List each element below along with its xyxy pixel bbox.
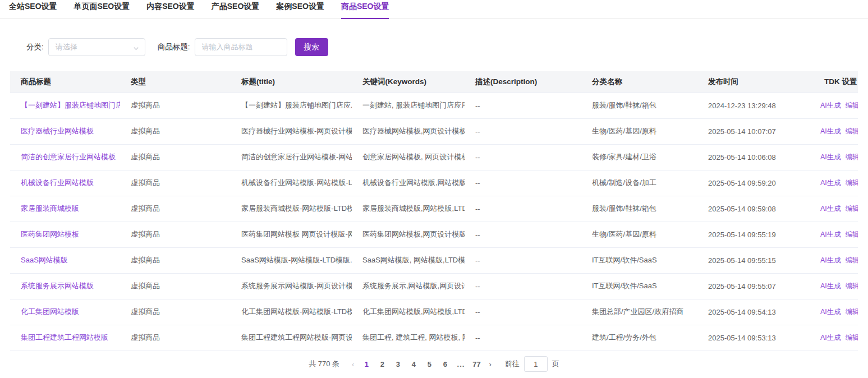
column-header: 标题(title) — [231, 71, 352, 93]
search-button[interactable]: 搜索 — [295, 38, 328, 56]
category-filter-label: 分类: — [26, 42, 44, 52]
seo-title-cell: 机械设备行业网站模版-网站模版-LT... — [231, 170, 352, 196]
tab-4[interactable]: 产品SEO设置 — [212, 2, 260, 19]
seo-title-cell: 家居服装商城模版-网站模版-LTD模... — [231, 196, 352, 222]
edit-link[interactable]: 编辑 — [846, 282, 858, 290]
column-header: 分类名称 — [581, 71, 697, 93]
page-number-6[interactable]: 6 — [437, 360, 453, 368]
publish-time-cell: 2024-12-23 13:29:48 — [697, 93, 814, 118]
page-number-3[interactable]: 3 — [390, 360, 406, 368]
product-title-link[interactable]: 简洁的创意家居行业网站模板 — [21, 153, 116, 161]
tab-1[interactable]: 全站SEO设置 — [9, 2, 57, 19]
product-title-link[interactable]: 集团工程建筑工程网站模版 — [21, 333, 108, 342]
product-title-input[interactable] — [195, 38, 287, 56]
seo-keywords-cell: 化工集团网站模版,网站模版,LTD模... — [352, 299, 465, 325]
seo-keywords-cell: 医药集团网站模板,网页设计模版,网... — [352, 222, 465, 247]
page-number-5[interactable]: 5 — [421, 360, 437, 368]
publish-time-cell: 2025-05-14 09:55:07 — [697, 273, 814, 299]
page-number-77[interactable]: 77 — [469, 360, 484, 368]
category-name-cell: 服装/服饰/鞋袜/箱包 — [581, 93, 697, 118]
column-header: 类型 — [120, 71, 231, 93]
category-select[interactable]: 请选择 — [48, 38, 145, 56]
category-select-placeholder: 请选择 — [56, 42, 77, 52]
tab-2[interactable]: 单页面SEO设置 — [74, 2, 130, 19]
product-title-link[interactable]: 系统服务展示网站模版 — [21, 282, 94, 290]
ai-generate-link[interactable]: AI生成 — [820, 205, 841, 213]
seo-description-cell: -- — [465, 222, 581, 247]
total-count-label: 共 770 条 — [309, 359, 339, 369]
ai-generate-link[interactable]: AI生成 — [820, 127, 841, 135]
ai-generate-link[interactable]: AI生成 — [820, 102, 841, 109]
ai-generate-link[interactable]: AI生成 — [820, 179, 841, 187]
page-unit-label: 页 — [552, 359, 559, 369]
table-body: 【一刻建站】服装店铺地图门店... 虚拟商品 【一刻建站】服装店铺地图门店应..… — [10, 93, 858, 351]
seo-description-cell: -- — [465, 273, 581, 299]
seo-title-cell: 集团工程建筑工程网站模版-网页设... — [231, 325, 352, 351]
filter-bar: 分类: 请选择 商品标题: 搜索 — [0, 19, 868, 71]
seo-keywords-cell: 创意家居网站模板, 网页设计模板, L... — [352, 144, 465, 170]
chevron-left-icon[interactable]: ‹ — [347, 360, 359, 368]
page-number-1[interactable]: 1 — [359, 360, 374, 368]
edit-link[interactable]: 编辑 — [846, 153, 858, 161]
column-header: 发布时间 — [697, 71, 814, 93]
edit-link[interactable]: 编辑 — [846, 308, 858, 316]
product-title-link[interactable]: 医疗器械行业网站模板 — [21, 127, 94, 135]
tab-6[interactable]: 商品SEO设置 — [341, 2, 389, 19]
edit-link[interactable]: 编辑 — [846, 127, 858, 135]
chevron-right-icon[interactable]: › — [484, 360, 495, 368]
seo-keywords-cell: 一刻建站, 服装店铺地图门店应用, ... — [352, 93, 465, 118]
edit-link[interactable]: 编辑 — [846, 205, 858, 213]
edit-link[interactable]: 编辑 — [846, 256, 858, 264]
publish-time-cell: 2025-05-14 09:53:13 — [697, 325, 814, 351]
ai-generate-link[interactable]: AI生成 — [820, 153, 841, 161]
product-title-link[interactable]: 化工集团网站模版 — [21, 307, 79, 316]
tab-5[interactable]: 案例SEO设置 — [276, 2, 324, 19]
ai-generate-link[interactable]: AI生成 — [820, 256, 841, 264]
product-title-link[interactable]: 【一刻建站】服装店铺地图门店... — [21, 101, 120, 109]
product-title-link[interactable]: 机械设备行业网站模版 — [21, 178, 94, 187]
edit-link[interactable]: 编辑 — [846, 102, 858, 109]
page-number-4[interactable]: 4 — [406, 360, 421, 368]
product-title-link[interactable]: 医药集团网站模板 — [21, 230, 79, 238]
publish-time-cell: 2025-05-14 09:55:19 — [697, 222, 814, 247]
ai-generate-link[interactable]: AI生成 — [820, 308, 841, 316]
table-row: 化工集团网站模版 虚拟商品 化工集团网站模版-网站模版-LTD模... 化工集团… — [10, 299, 858, 325]
seo-description-cell: -- — [465, 118, 581, 144]
chevron-down-icon — [133, 45, 139, 53]
publish-time-cell: 2025-05-14 09:55:15 — [697, 247, 814, 273]
category-name-cell: 服装/服饰/鞋袜/箱包 — [581, 196, 697, 222]
seo-description-cell: -- — [465, 170, 581, 196]
seo-settings-tabbar: 全站SEO设置单页面SEO设置内容SEO设置产品SEO设置案例SEO设置商品SE… — [0, 0, 868, 19]
seo-title-cell: 医药集团网站模板 网页设计模版-网... — [231, 222, 352, 247]
ai-generate-link[interactable]: AI生成 — [820, 334, 841, 342]
product-type-cell: 虚拟商品 — [120, 170, 231, 196]
table-row: 简洁的创意家居行业网站模板 虚拟商品 简洁的创意家居行业网站模板-网站... 创… — [10, 144, 858, 170]
goto-page-input[interactable] — [524, 356, 548, 372]
page-numbers: 123456...77 — [359, 360, 484, 368]
page-number-2[interactable]: 2 — [374, 360, 390, 368]
product-type-cell: 虚拟商品 — [120, 144, 231, 170]
edit-link[interactable]: 编辑 — [846, 334, 858, 342]
edit-link[interactable]: 编辑 — [846, 231, 858, 238]
seo-title-cell: 化工集团网站模版-网站模版-LTD模... — [231, 299, 352, 325]
publish-time-cell: 2025-05-14 10:06:08 — [697, 144, 814, 170]
table-row: 家居服装商城模版 虚拟商品 家居服装商城模版-网站模版-LTD模... 家居服装… — [10, 196, 858, 222]
seo-keywords-cell: 医疗器械网站模板,网页设计模板,网... — [352, 118, 465, 144]
product-title-link[interactable]: 家居服装商城模版 — [21, 204, 79, 213]
seo-description-cell: -- — [465, 325, 581, 351]
seo-title-cell: 【一刻建站】服装店铺地图门店应... — [231, 93, 352, 118]
seo-title-cell: SaaS网站模版-网站模版-LTD模版... — [231, 247, 352, 273]
edit-link[interactable]: 编辑 — [846, 179, 858, 187]
category-name-cell: 集团总部/产业园区/政府招商 — [581, 299, 697, 325]
table-row: 机械设备行业网站模版 虚拟商品 机械设备行业网站模版-网站模版-LT... 机械… — [10, 170, 858, 196]
tab-3[interactable]: 内容SEO设置 — [146, 2, 195, 19]
column-header: TDK 设置 — [814, 71, 858, 93]
products-seo-table: 商品标题类型标题(title)关键词(Keywords)描述(Descripti… — [10, 71, 858, 351]
ai-generate-link[interactable]: AI生成 — [820, 282, 841, 290]
product-title-filter-label: 商品标题: — [158, 42, 190, 52]
seo-title-cell: 医疗器械行业网站模板-网页设计模... — [231, 118, 352, 144]
product-title-link[interactable]: SaaS网站模版 — [21, 256, 68, 264]
ai-generate-link[interactable]: AI生成 — [820, 231, 841, 238]
seo-keywords-cell: 机械设备行业网站模版,网站模版,LT... — [352, 170, 465, 196]
product-type-cell: 虚拟商品 — [120, 118, 231, 144]
